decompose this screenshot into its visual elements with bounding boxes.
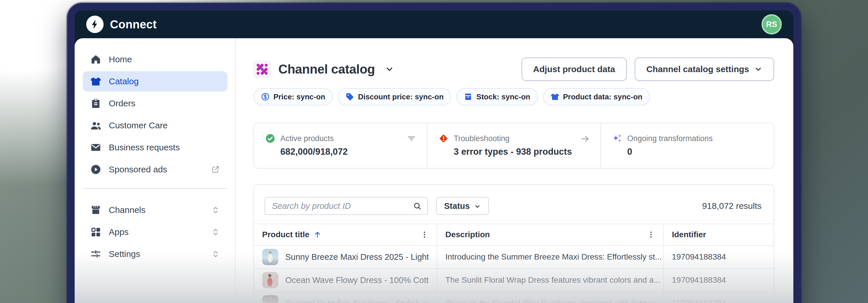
badge-label: Price: sync-on <box>273 92 325 101</box>
sidebar-item-label: Business requests <box>109 142 180 153</box>
user-avatar[interactable]: RS <box>762 14 782 34</box>
search-box <box>265 197 428 215</box>
unfold-chevrons-icon[interactable] <box>211 250 220 258</box>
column-header-identifier[interactable]: Identifier <box>663 224 774 245</box>
product-title: Sunny Breeze Maxi Dress 2025 - Light... <box>285 252 429 262</box>
button-label: Adjust product data <box>533 64 615 74</box>
sidebar-item-business-requests[interactable]: Business requests <box>83 137 227 158</box>
column-label: Identifier <box>672 230 706 239</box>
status-filter-label: Status <box>444 201 470 211</box>
products-table-card: Status 918,072 results Product title <box>253 184 774 303</box>
sidebar-item-sponsored-ads[interactable]: Sponsored ads <box>83 159 227 180</box>
channel-catalog-settings-button[interactable]: Channel catalog settings <box>634 57 774 81</box>
adjust-product-data-button[interactable]: Adjust product data <box>521 57 627 81</box>
badge-stock-sync[interactable]: Stock: sync-on <box>456 88 537 105</box>
badge-price-sync[interactable]: Price: sync-on <box>253 88 333 105</box>
badge-product-data-sync[interactable]: Product data: sync-on <box>543 88 650 105</box>
stat-label: Active products <box>280 134 334 143</box>
stat-active-products[interactable]: Active products 682,000/918,072 <box>254 123 427 168</box>
badge-discount-price-sync[interactable]: Discount price: sync-on <box>338 88 451 105</box>
search-icon[interactable] <box>413 202 422 210</box>
external-link-icon <box>211 165 220 174</box>
filter-icon[interactable] <box>406 134 416 144</box>
app-logo <box>86 16 103 33</box>
arrow-right-icon[interactable] <box>580 134 590 144</box>
stat-value: 3 error types - 938 products <box>454 146 589 157</box>
table-toolbar: Status 918,072 results <box>254 185 774 224</box>
product-identifier: 197094188384 <box>663 245 774 269</box>
stat-value: 682,000/918,072 <box>280 146 416 157</box>
sidebar-item-apps[interactable]: Apps <box>83 222 227 242</box>
column-label: Description <box>445 230 490 239</box>
sliders-icon <box>90 249 101 259</box>
sidebar-item-label: Settings <box>109 249 140 259</box>
dollar-circle-icon <box>261 92 270 101</box>
sidebar-item-channels[interactable]: Channels <box>83 200 227 220</box>
product-title: Ocean Wave Flowy Dress - 100% Cotto... <box>285 275 429 285</box>
product-description: The Sunlit Floral Wrap Dress features vi… <box>437 269 663 292</box>
sidebar-item-catalog[interactable]: Catalog <box>83 71 227 91</box>
page-header: Channel catalog Adjust product data Chan… <box>253 57 774 81</box>
sort-ascending-icon[interactable] <box>313 230 321 239</box>
people-icon <box>90 120 101 131</box>
check-circle-icon <box>265 133 275 144</box>
product-identifier: 197094188384 <box>663 269 774 292</box>
sidebar-item-label: Apps <box>109 227 128 237</box>
table-row[interactable]: Ocean Wave Flowy Dress - 100% Cotto... T… <box>254 269 774 292</box>
topbar: Connect RS <box>75 10 793 38</box>
stat-troubleshooting[interactable]: Troubleshooting 3 error types - 938 prod… <box>427 123 600 168</box>
home-icon <box>90 54 101 65</box>
chevron-down-icon[interactable] <box>385 64 394 74</box>
table-row[interactable]: Sunny Breeze Maxi Dress 2025 - Light... … <box>254 245 774 269</box>
sync-badges: Price: sync-on Discount price: sync-on S… <box>253 88 774 105</box>
mail-icon <box>90 142 101 153</box>
stat-value: 0 <box>627 146 763 157</box>
app-name: Connect <box>110 18 157 31</box>
unfold-chevrons-icon[interactable] <box>211 228 220 237</box>
search-input[interactable] <box>272 201 413 211</box>
play-circle-icon <box>90 164 101 175</box>
product-description: Discover the Coastal Chic Sundress, desi… <box>437 292 663 303</box>
status-filter-button[interactable]: Status <box>436 197 489 215</box>
column-header-product-title[interactable]: Product title <box>254 224 437 245</box>
unfold-chevrons-icon[interactable] <box>211 206 220 214</box>
column-menu-icon[interactable] <box>421 230 429 239</box>
sidebar-item-orders[interactable]: Orders <box>83 93 227 114</box>
column-label: Product title <box>262 230 309 239</box>
column-header-description[interactable]: Description <box>437 224 663 245</box>
sidebar-item-customer-care[interactable]: Customer Care <box>83 115 227 136</box>
table-header-row: Product title Description <box>254 224 774 245</box>
sidebar-item-label: Home <box>109 54 132 64</box>
badge-label: Product data: sync-on <box>563 92 642 101</box>
sidebar-item-settings[interactable]: Settings <box>83 244 227 264</box>
badge-label: Discount price: sync-on <box>358 92 443 101</box>
badge-label: Stock: sync-on <box>476 92 530 101</box>
app-body: Home Catalog Orders Customer Care Busine… <box>75 38 793 303</box>
tag-icon <box>345 92 354 101</box>
sidebar-item-home[interactable]: Home <box>83 49 227 70</box>
sidebar-item-label: Customer Care <box>109 120 167 130</box>
archive-box-icon <box>464 92 472 101</box>
column-menu-icon[interactable] <box>647 230 655 239</box>
stats-row: Active products 682,000/918,072 Troubles… <box>253 123 774 169</box>
product-description: Introducing the Summer Breeze Maxi Dress… <box>437 245 663 269</box>
sidebar-divider <box>83 188 227 189</box>
product-thumbnail <box>262 249 278 265</box>
warning-diamond-icon <box>438 133 449 144</box>
product-title: Tropical Paradise Sundress - Stylish an.… <box>285 299 429 303</box>
channel-selector[interactable]: Channel catalog <box>253 60 394 78</box>
products-table: Product title Description <box>254 224 774 303</box>
results-count: 918,072 results <box>702 201 763 211</box>
main-content: Channel catalog Adjust product data Chan… <box>236 38 793 303</box>
apps-grid-icon <box>90 226 101 238</box>
stat-ongoing-transformations[interactable]: Ongoing transformations 0 <box>600 123 774 168</box>
bolt-icon <box>89 19 100 30</box>
sidebar-item-label: Catalog <box>109 77 138 86</box>
storefront-icon <box>90 204 101 216</box>
table-row[interactable]: Tropical Paradise Sundress - Stylish an.… <box>254 292 774 303</box>
header-actions: Adjust product data Channel catalog sett… <box>521 57 774 81</box>
shirt-icon <box>90 76 101 87</box>
sidebar-item-label: Orders <box>109 99 135 108</box>
shirt-icon <box>551 92 559 101</box>
channel-logo-icon <box>253 60 271 78</box>
